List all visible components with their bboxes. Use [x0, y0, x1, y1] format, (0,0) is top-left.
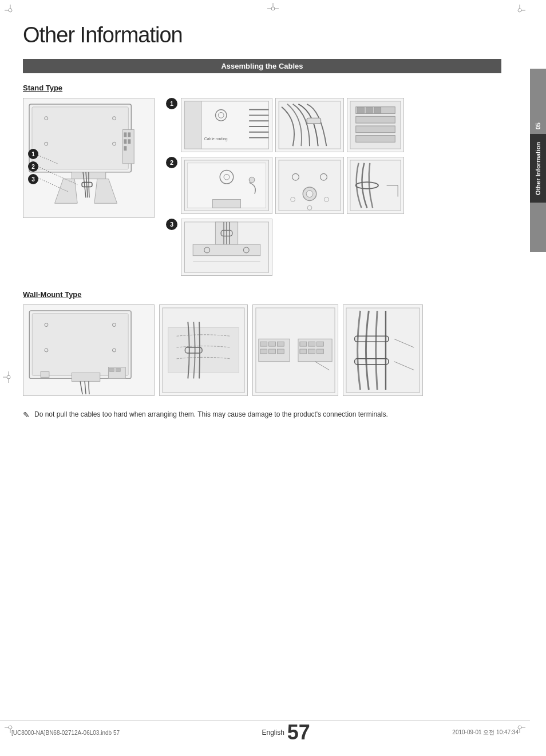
step-2-images [181, 157, 501, 214]
svg-rect-21 [32, 107, 128, 169]
svg-rect-54 [356, 126, 395, 133]
tv-diagram-box: 1 2 3 [23, 98, 155, 218]
svg-rect-115 [316, 349, 323, 354]
svg-rect-57 [366, 108, 373, 113]
wall-mount-img-1 [159, 304, 248, 396]
svg-rect-104 [269, 342, 276, 346]
page-container: 05 Other Information Other Information A… [0, 0, 546, 756]
chapter-number: 05 [535, 122, 541, 129]
step-1-img-3 [347, 98, 404, 152]
svg-rect-30 [128, 132, 130, 137]
crosshair-top [267, 3, 279, 17]
reg-mark-tl [5, 5, 16, 16]
svg-rect-31 [128, 139, 130, 144]
chapter-label: Other Information [534, 142, 542, 195]
section-header: Assembling the Cables [23, 59, 501, 73]
svg-rect-99 [168, 328, 239, 373]
svg-rect-55 [356, 136, 395, 143]
step-diagrams: 1 [166, 98, 501, 276]
step-1-images: Cable routing [181, 98, 501, 152]
svg-rect-58 [374, 108, 381, 113]
step-2-label: 2 [166, 157, 177, 168]
side-tab: 05 Other Information [530, 69, 546, 252]
main-tv-diagram: 1 2 3 [23, 98, 160, 218]
svg-rect-105 [277, 342, 284, 346]
wall-mount-img-2 [252, 304, 338, 396]
svg-rect-53 [356, 116, 395, 123]
note-section: ✎ Do not pull the cables too hard when a… [23, 410, 501, 419]
marker-2: 2 [28, 161, 38, 172]
svg-rect-63 [213, 200, 241, 208]
step-3-row: 3 [166, 219, 501, 276]
svg-rect-28 [124, 139, 126, 144]
footer-left-text: [UC8000-NA]BN68-02712A-06L03.indb 57 [11, 730, 120, 736]
step-2-img-1 [181, 157, 272, 214]
chapter-label-box: Other Information [530, 134, 546, 203]
svg-rect-27 [124, 132, 126, 137]
svg-rect-79 [193, 244, 260, 256]
step-1-img-1: Cable routing [181, 98, 272, 152]
svg-rect-112 [316, 342, 323, 346]
svg-rect-56 [358, 108, 365, 113]
svg-rect-88 [32, 314, 128, 376]
svg-rect-93 [72, 373, 100, 382]
page-footer: [UC8000-NA]BN68-02712A-06L03.indb 57 Eng… [0, 720, 530, 745]
svg-rect-108 [277, 349, 284, 354]
step-1-label: 1 [166, 98, 177, 109]
svg-rect-111 [308, 342, 315, 346]
svg-rect-110 [300, 342, 307, 346]
svg-rect-95 [110, 369, 114, 372]
wall-mount-main-diagram [23, 304, 155, 396]
step-3-label: 3 [166, 219, 177, 230]
step-2-row: 2 [166, 157, 501, 214]
svg-rect-29 [124, 146, 126, 151]
page-title: Other Information [23, 23, 501, 48]
svg-point-69 [306, 191, 313, 197]
step-3-img-1 [181, 219, 272, 276]
svg-rect-65 [279, 160, 341, 211]
main-content: Other Information Assembling the Cables … [0, 0, 530, 442]
stand-type-section: 1 2 3 1 [23, 98, 501, 276]
svg-point-64 [249, 177, 255, 183]
marker-3: 3 [28, 174, 38, 184]
svg-rect-103 [260, 342, 267, 346]
svg-rect-50 [307, 118, 321, 124]
footer-right-text: 2010-09-01 오전 10:47:34 [452, 729, 519, 737]
reg-mark-tr [514, 5, 525, 16]
footer-english-label: English [262, 729, 284, 737]
svg-rect-38 [185, 101, 201, 149]
footer-right: English 57 [262, 721, 310, 745]
step-1-img-2 [275, 98, 344, 152]
svg-rect-106 [260, 349, 267, 354]
svg-text:Cable routing: Cable routing [204, 137, 228, 141]
step-2-img-2 [275, 157, 344, 214]
wall-mount-row [23, 304, 501, 396]
wall-mount-img-3 [343, 304, 423, 396]
footer-page-number: 57 [287, 721, 310, 745]
step-3-images [181, 219, 501, 276]
svg-rect-114 [308, 349, 315, 354]
svg-rect-113 [300, 349, 307, 354]
stand-type-label: Stand Type [23, 84, 501, 92]
step-1-row: 1 [166, 98, 501, 152]
svg-rect-97 [41, 372, 49, 378]
crosshair-left [3, 371, 14, 385]
note-icon: ✎ [23, 410, 30, 419]
svg-rect-39 [201, 101, 268, 149]
svg-rect-96 [116, 369, 120, 372]
step-2-img-3 [347, 157, 404, 214]
svg-rect-107 [269, 349, 276, 354]
marker-1: 1 [28, 149, 38, 159]
wall-mount-label: Wall-Mount Type [23, 290, 501, 299]
note-text: Do not pull the cables too hard when arr… [34, 410, 388, 418]
wall-mount-section: Wall-Mount Type [23, 290, 501, 396]
